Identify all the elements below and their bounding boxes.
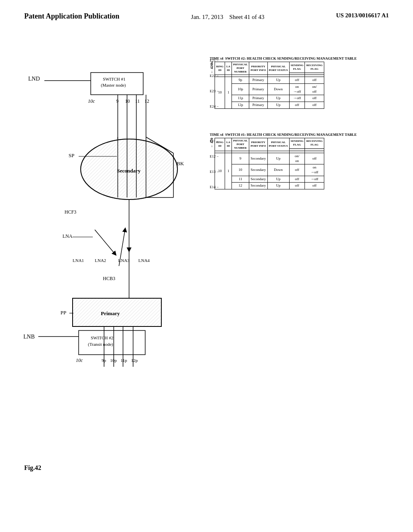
svg-text:LNA2: LNA2 (95, 258, 106, 263)
diagram-svg: LND LNB SWITCH #1 (Master node) 10c 9 10… (16, 56, 218, 459)
table2-wrapper: TIME t4 SWITCH #1: HEALTH CHECK SENDING/… (210, 133, 407, 189)
svg-text:HCB3: HCB3 (103, 276, 115, 281)
svg-line-54 (95, 230, 115, 254)
svg-text:HCF3: HCF3 (65, 209, 76, 215)
row-label-e22: E22 − (210, 74, 407, 78)
table1-wrapper: TIME t4 SWITCH #2: HEALTH CHECK SENDING/… (210, 56, 407, 108)
table2-title: TIME t4 SWITCH #1: HEALTH CHECK SENDING/… (210, 133, 407, 137)
svg-text:12p: 12p (131, 358, 138, 363)
header-center: Jan. 17, 2013 Sheet 41 of 43 (191, 12, 265, 22)
svg-text:LND: LND (28, 76, 40, 82)
svg-text:12: 12 (144, 98, 149, 104)
svg-text:10: 10 (125, 98, 130, 104)
publication-title: Patent Application Publication (24, 12, 119, 21)
row-label-e12: E12 − (210, 154, 407, 158)
row-label-e11: E11 − (210, 139, 407, 143)
svg-text:11p: 11p (121, 358, 127, 363)
svg-text:LNA4: LNA4 (138, 258, 150, 263)
svg-text:SP: SP (69, 152, 74, 158)
sheet-info: Sheet 41 of 43 (229, 14, 265, 20)
svg-text:(Master node): (Master node) (101, 83, 126, 88)
patent-number: US 2013/0016617 A1 (336, 12, 389, 19)
svg-text:BK: BK (177, 160, 184, 166)
svg-text:(Transit node): (Transit node) (88, 342, 113, 347)
svg-text:LNB: LNB (23, 334, 35, 340)
page-header: Patent Application Publication Jan. 17, … (0, 0, 413, 22)
figure-label: Fig.42 (24, 464, 41, 472)
svg-text:10c: 10c (76, 357, 83, 363)
svg-text:9: 9 (116, 98, 119, 104)
row-label-e21: E21 − (210, 58, 407, 62)
svg-text:SWITCH #1: SWITCH #1 (103, 77, 125, 81)
svg-text:Secondary: Secondary (117, 168, 141, 174)
row-label-e24: E24 − (210, 104, 407, 108)
row-label-e23: E23 − (210, 89, 407, 93)
svg-text:LNA: LNA (63, 233, 73, 239)
svg-text:SWITCH #2: SWITCH #2 (91, 335, 113, 340)
svg-text:PP: PP (60, 310, 66, 316)
row-label-e13: E13 − (210, 170, 407, 174)
date: Jan. 17, 2013 (191, 14, 223, 20)
svg-text:10c: 10c (88, 98, 95, 104)
svg-text:11: 11 (135, 98, 140, 104)
row-label-e14: E14 − (210, 185, 407, 189)
svg-text:Primary: Primary (101, 310, 120, 316)
tables-container: TIME t4 SWITCH #2: HEALTH CHECK SENDING/… (210, 56, 407, 205)
figure-container: LND LNB SWITCH #1 (Master node) 10c 9 10… (16, 56, 218, 480)
svg-text:LNA1: LNA1 (73, 258, 84, 263)
